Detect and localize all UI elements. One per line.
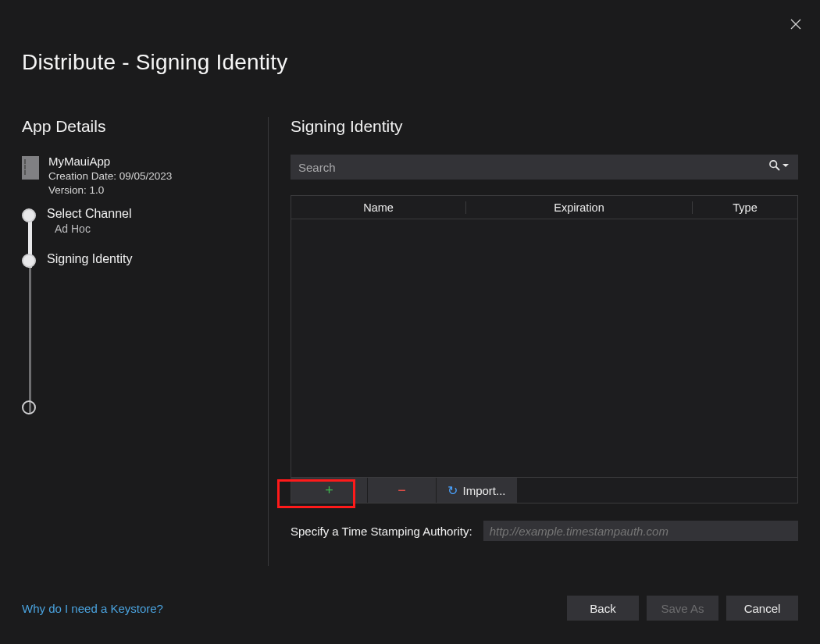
back-button[interactable]: Back bbox=[567, 596, 639, 621]
minus-icon: − bbox=[398, 482, 406, 499]
svg-point-0 bbox=[770, 161, 777, 168]
cancel-button[interactable]: Cancel bbox=[726, 596, 798, 621]
app-creation-date: Creation Date: 09/05/2023 bbox=[48, 170, 172, 182]
plus-icon: + bbox=[325, 482, 333, 499]
identity-table: Name Expiration Type + − ↻ Import... bbox=[291, 195, 798, 503]
timestamp-label: Specify a Time Stamping Authority: bbox=[291, 525, 472, 538]
save-as-button: Save As bbox=[647, 596, 718, 621]
app-details-panel: App Details MyMauiApp Creation Date: 09/… bbox=[22, 117, 269, 566]
close-button[interactable] bbox=[786, 14, 806, 34]
step-dot-icon bbox=[22, 254, 36, 268]
keystore-help-link[interactable]: Why do I need a Keystore? bbox=[22, 602, 163, 615]
search-icon bbox=[768, 159, 781, 172]
import-button[interactable]: ↻ Import... bbox=[437, 478, 518, 503]
app-detail-block: MyMauiApp Creation Date: 09/05/2023 Vers… bbox=[22, 155, 255, 196]
step-list: Select Channel Ad Hoc Signing Identity bbox=[22, 207, 255, 415]
step-title: Signing Identity bbox=[47, 252, 132, 266]
signing-identity-panel: Signing Identity Name Expiration Type + … bbox=[269, 117, 798, 566]
app-details-heading: App Details bbox=[22, 117, 255, 136]
add-button[interactable]: + bbox=[291, 478, 368, 503]
step-select-channel[interactable]: Select Channel Ad Hoc bbox=[22, 207, 255, 235]
app-version: Version: 1.0 bbox=[48, 184, 172, 196]
import-arrow-icon: ↻ bbox=[447, 483, 458, 498]
step-signing-identity[interactable]: Signing Identity bbox=[22, 252, 255, 268]
step-title: Select Channel bbox=[47, 207, 132, 221]
table-toolbar: + − ↻ Import... bbox=[291, 477, 797, 503]
timestamp-input[interactable] bbox=[483, 521, 798, 541]
step-dot-icon bbox=[22, 400, 36, 415]
chevron-down-icon bbox=[783, 162, 789, 169]
signing-identity-heading: Signing Identity bbox=[291, 117, 798, 136]
app-archive-icon bbox=[22, 156, 39, 180]
column-expiration[interactable]: Expiration bbox=[466, 201, 693, 214]
remove-button[interactable]: − bbox=[368, 478, 437, 503]
app-name: MyMauiApp bbox=[48, 155, 172, 168]
step-placeholder bbox=[22, 399, 255, 415]
step-subtitle: Ad Hoc bbox=[55, 222, 132, 235]
table-header: Name Expiration Type bbox=[291, 196, 797, 219]
step-dot-icon bbox=[22, 208, 36, 222]
search-dropdown-button[interactable] bbox=[768, 159, 789, 172]
column-type[interactable]: Type bbox=[693, 201, 797, 214]
page-title: Distribute - Signing Identity bbox=[22, 50, 287, 75]
column-name[interactable]: Name bbox=[291, 201, 466, 214]
search-input[interactable] bbox=[291, 155, 798, 180]
table-body[interactable] bbox=[291, 219, 797, 477]
import-label: Import... bbox=[462, 484, 505, 497]
svg-line-1 bbox=[776, 167, 780, 171]
close-icon bbox=[790, 19, 801, 30]
